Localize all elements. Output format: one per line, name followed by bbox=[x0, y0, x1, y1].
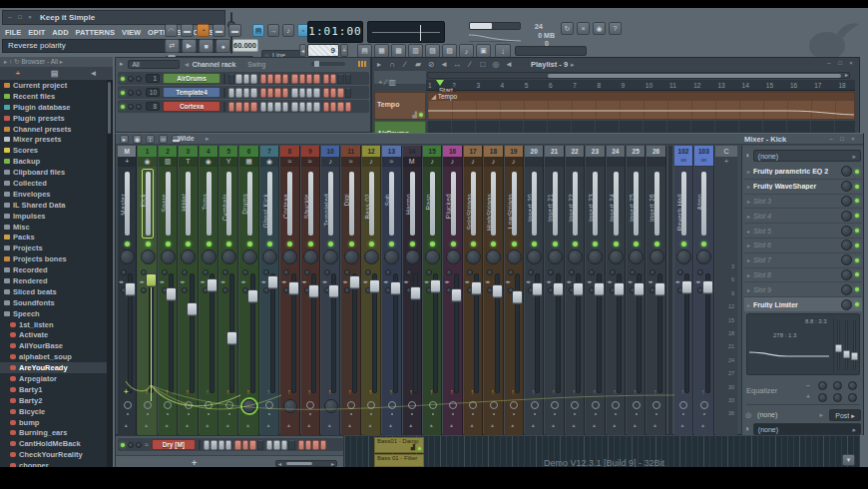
dock-triangle-icon[interactable]: ▴ bbox=[552, 421, 555, 428]
strip-pan-knob[interactable] bbox=[425, 249, 440, 264]
strip-led[interactable] bbox=[593, 242, 598, 246]
arm-disk-icon[interactable]: ↑ bbox=[701, 388, 705, 395]
foot-pedal-icon[interactable]: ♪ bbox=[282, 24, 294, 37]
step-cell[interactable] bbox=[234, 440, 240, 450]
arm-disk-icon[interactable]: ↑ bbox=[511, 388, 515, 395]
swap-channels-icon[interactable]: ◂▸ bbox=[587, 278, 592, 284]
menu-file[interactable]: FILE bbox=[2, 28, 24, 37]
stereo-sep-knob[interactable] bbox=[162, 269, 168, 275]
mixer-maximize-button[interactable]: □ bbox=[838, 136, 846, 143]
step-cell[interactable] bbox=[330, 102, 336, 112]
swap-channels-icon[interactable]: ◂▸ bbox=[180, 278, 185, 284]
channel-number[interactable]: 8 bbox=[146, 102, 160, 111]
bar-number[interactable]: 5 bbox=[525, 82, 529, 89]
dock-triangle-icon[interactable]: ▴ bbox=[368, 421, 371, 428]
swap-channels-icon[interactable]: ◂▸ bbox=[240, 278, 245, 284]
slot-arrow-icon[interactable]: ▸ bbox=[747, 301, 750, 308]
browser-folder-item[interactable]: Mixer presets bbox=[0, 134, 108, 145]
browser-file-item[interactable]: AllYourBase bbox=[0, 340, 108, 351]
step-cell[interactable] bbox=[320, 440, 326, 450]
playlist-close-button[interactable]: × bbox=[847, 60, 855, 67]
route-enable-ring[interactable] bbox=[571, 401, 579, 409]
fader-handle[interactable] bbox=[512, 290, 523, 304]
strip-pan-knob[interactable] bbox=[466, 249, 481, 264]
aux-knob[interactable] bbox=[182, 287, 188, 293]
rack-h-scrollbar[interactable]: ◂ ▸ bbox=[275, 460, 337, 467]
browser-folder-item[interactable]: Clipboard files bbox=[0, 167, 108, 178]
strip-pan-knob[interactable] bbox=[141, 249, 156, 264]
step-cell[interactable] bbox=[235, 88, 241, 98]
slot-label[interactable]: Slot 5 bbox=[753, 228, 841, 235]
stereo-sep-knob[interactable] bbox=[487, 269, 493, 275]
swap-channels-icon[interactable]: ◂▸ bbox=[342, 278, 347, 284]
fx-slot[interactable]: ▸Slot 6 bbox=[744, 239, 862, 253]
playlist-v-scroll-button[interactable]: ▾ bbox=[842, 454, 855, 466]
mixer-strip-insert-20[interactable]: 20Insert 20◂▸↑▴ bbox=[525, 146, 544, 435]
step-cell[interactable] bbox=[345, 102, 351, 112]
tap-tempo-icon[interactable]: ▣ bbox=[476, 44, 491, 58]
step-cell[interactable] bbox=[228, 74, 234, 84]
arm-disk-icon[interactable]: ↑ bbox=[470, 388, 474, 395]
dock-triangle-icon[interactable]: ▴ bbox=[226, 421, 229, 428]
arm-disk-icon[interactable]: ↑ bbox=[186, 388, 190, 395]
slot-enable-led[interactable] bbox=[855, 214, 859, 218]
slot-arrow-icon[interactable]: ▸ bbox=[747, 271, 750, 278]
browser-file-item[interactable]: CheckYourReality bbox=[0, 449, 108, 460]
step-cell[interactable] bbox=[274, 102, 280, 112]
step-cell[interactable] bbox=[211, 440, 217, 450]
strip-led[interactable] bbox=[146, 242, 151, 246]
mixer-strip-lowstrings[interactable]: 19♪LowStrings◂▸↑▴ bbox=[505, 146, 524, 435]
swap-channels-icon[interactable]: ◂▸ bbox=[220, 278, 225, 284]
strip-pan-knob[interactable] bbox=[323, 249, 338, 264]
step-cell[interactable] bbox=[282, 88, 288, 98]
dock-triangle-icon[interactable]: ▴ bbox=[307, 421, 310, 428]
rack-menu-arrow[interactable]: ▸ bbox=[120, 60, 124, 68]
step-cell[interactable] bbox=[291, 102, 297, 112]
pattern-plus-button[interactable]: + bbox=[340, 44, 348, 57]
strip-led[interactable] bbox=[247, 242, 252, 246]
bpm-display[interactable]: 60.000 bbox=[232, 39, 258, 52]
browser-tab-files[interactable]: ▤ bbox=[51, 69, 59, 78]
mixer-strip-toms[interactable]: 4◉Toms◂▸↑▴ bbox=[200, 146, 218, 435]
slot-mix-knob[interactable] bbox=[841, 226, 852, 237]
fx-slot[interactable]: ▸Slot 8 bbox=[744, 268, 862, 283]
slot-arrow-icon[interactable]: ▸ bbox=[747, 286, 750, 293]
tempo-clip[interactable]: ◢ Tempo bbox=[427, 92, 855, 120]
step-edit-icon[interactable]: → bbox=[267, 24, 279, 37]
menu-edit[interactable]: EDIT bbox=[25, 28, 48, 37]
step-cell[interactable] bbox=[267, 88, 273, 98]
swap-channels-icon[interactable]: ◂▸ bbox=[119, 278, 124, 284]
fader-handle[interactable] bbox=[288, 281, 299, 295]
stereo-sep-knob[interactable] bbox=[406, 269, 412, 275]
channel-led[interactable] bbox=[121, 443, 125, 447]
playlist-timeline[interactable]: 123456789101112131415161718 bbox=[426, 80, 855, 91]
fader-handle[interactable] bbox=[594, 282, 605, 296]
dock-triangle-icon[interactable]: ▴ bbox=[470, 421, 473, 428]
channel-number[interactable]: 10 bbox=[146, 88, 160, 97]
stereo-sep-knob[interactable] bbox=[677, 269, 683, 275]
mixer-strip-ghost-kick[interactable]: 7◉Ghost Kick◂▸↑▴ bbox=[260, 146, 279, 435]
strip-led[interactable] bbox=[681, 242, 686, 246]
step-cell[interactable] bbox=[313, 74, 319, 84]
mixer-strip-cortexa[interactable]: 8≈Cortexa◂▸↑▴ bbox=[280, 146, 299, 435]
channel-number[interactable]: 1 bbox=[146, 74, 160, 83]
arm-disk-icon[interactable]: ↑ bbox=[593, 388, 597, 395]
mixer-strip-sub[interactable]: 13≈Sub◂▸↑▴ bbox=[382, 146, 401, 435]
piano-roll-icon[interactable]: ▩ bbox=[391, 44, 406, 58]
browser-file-item[interactable]: alphabet_soup bbox=[0, 351, 108, 362]
browser-folder-item[interactable]: Projects bbox=[0, 243, 108, 253]
dock-triangle-icon[interactable]: ▴ bbox=[613, 421, 616, 428]
step-cell[interactable] bbox=[313, 88, 319, 98]
step-cell[interactable] bbox=[306, 102, 312, 112]
fader-handle[interactable] bbox=[410, 286, 421, 300]
step-cell[interactable] bbox=[228, 102, 234, 112]
slot-arrow-icon[interactable]: ▸ bbox=[747, 228, 750, 235]
strip-led[interactable] bbox=[207, 242, 212, 246]
arm-disk-icon[interactable]: ↑ bbox=[389, 388, 393, 395]
swap-channels-icon[interactable]: ◂▸ bbox=[506, 278, 511, 284]
bar-number[interactable]: 9 bbox=[622, 82, 626, 89]
route-enable-ring[interactable] bbox=[124, 401, 132, 409]
step-cell[interactable] bbox=[298, 440, 304, 450]
bar-number[interactable]: 11 bbox=[669, 82, 676, 89]
mixer-strip-plucked[interactable]: 16♪Plucked◂▸↑▴ bbox=[443, 146, 462, 435]
